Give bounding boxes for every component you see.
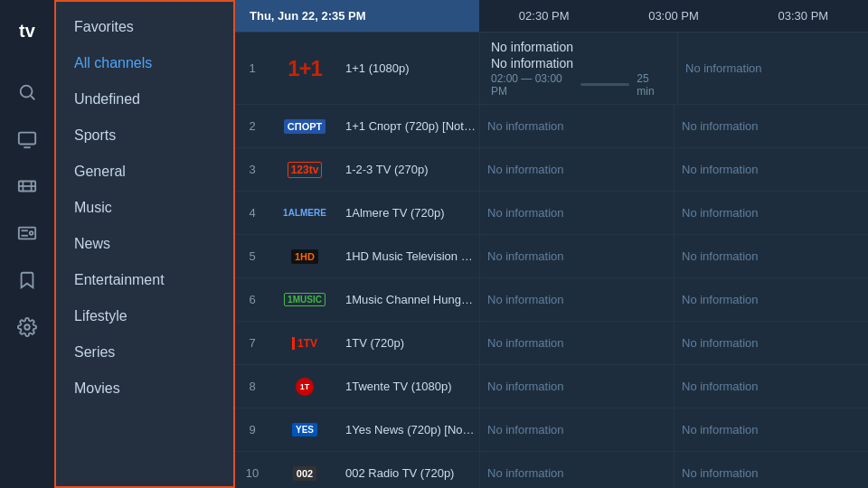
channel-name-8: 1Twente TV (1080p) (345, 380, 479, 393)
channel-col2-9: No information (674, 408, 868, 451)
channel-info-title-1: No information (491, 40, 666, 54)
channel-row-10[interactable]: 10 002 002 Radio TV (720p) No informatio… (235, 452, 868, 488)
channel-row-3[interactable]: 3 123tv 1-2-3 TV (270p) No information N… (235, 148, 868, 192)
sidebar-item-dvr[interactable] (0, 210, 54, 257)
channel-logo-4: 1ALMERE (264, 204, 345, 221)
current-datetime: Thu, Jun 22, 2:35 PM (235, 0, 479, 32)
svg-rect-2 (19, 133, 35, 145)
time-header: Thu, Jun 22, 2:35 PM 02:30 PM 03:00 PM 0… (235, 0, 868, 33)
search-icon (17, 82, 37, 102)
channel-col1-6: No information (479, 278, 674, 321)
channel-col2-6: No information (674, 278, 868, 321)
svg-point-9 (30, 231, 33, 235)
progress-bar-1 (580, 83, 629, 86)
category-series[interactable]: Series (56, 334, 233, 371)
app-logo: tv (7, 11, 47, 51)
category-news[interactable]: News (56, 226, 233, 262)
channel-name-4: 1Almere TV (720p) (345, 206, 479, 220)
sidebar-item-search[interactable] (0, 69, 54, 116)
channel-col1-4: No information (479, 192, 674, 234)
channel-name-5: 1HD Music Television (4... (345, 249, 479, 263)
channel-info-expanded-1: No information (491, 56, 666, 70)
app-title: tv (19, 21, 35, 42)
channel-col2-3: No information (674, 148, 868, 191)
channel-name-6: 1Music Channel Hungar... (345, 293, 479, 306)
channel-num-2: 2 (235, 119, 264, 133)
category-undefined[interactable]: Undefined (56, 81, 233, 117)
channel-logo-1: 1+1 (264, 52, 345, 85)
time-slot-2: 03:00 PM (609, 9, 738, 23)
settings-icon (17, 317, 37, 337)
category-sports[interactable]: Sports (56, 117, 233, 154)
sidebar-item-recordings[interactable] (0, 163, 54, 210)
category-general[interactable]: General (56, 154, 233, 190)
film-icon (17, 176, 37, 196)
channel-col1-2: No information (479, 105, 674, 147)
svg-point-0 (21, 86, 33, 98)
sidebar-icons: tv (0, 0, 54, 488)
channel-col2-4: No information (674, 192, 868, 234)
channel-col2-5: No information (674, 235, 868, 277)
channel-row-7[interactable]: 7 1TV 1TV (720p) No information No infor… (235, 322, 868, 365)
channel-logo-3: 123tv (264, 158, 345, 182)
channel-logo-9: YES (264, 419, 345, 440)
channel-row-1[interactable]: 1 1+1 1+1 (1080p) No information No info… (235, 33, 868, 105)
channel-row-8[interactable]: 8 1T 1Twente TV (1080p) No information N… (235, 365, 868, 408)
channel-num-8: 8 (235, 380, 264, 393)
channel-num-9: 9 (235, 423, 264, 436)
channel-row-4[interactable]: 4 1ALMERE 1Almere TV (720p) No informati… (235, 192, 868, 235)
channel-col2-7: No information (674, 322, 868, 364)
channel-logo-8: 1T (264, 374, 345, 399)
sidebar-item-settings[interactable] (0, 304, 54, 351)
bookmark-icon (17, 270, 37, 290)
dvr-icon (17, 223, 37, 243)
channel-name-7: 1TV (720p) (345, 336, 479, 350)
channel-logo-10: 002 (264, 463, 345, 484)
category-lifestyle[interactable]: Lifestyle (56, 298, 233, 334)
channel-col1-10: No information (479, 452, 674, 488)
channel-expanded-info-1: No information No information 02:00 — 03… (479, 33, 677, 105)
channel-logo-7: 1TV (264, 333, 345, 353)
time-slot-3: 03:30 PM (739, 9, 868, 23)
category-all-channels[interactable]: All channels (56, 45, 233, 81)
channel-logo-5: 1HD (264, 246, 345, 267)
channel-col1-5: No information (479, 235, 674, 277)
sidebar-item-bookmarks[interactable] (0, 257, 54, 304)
channel-logo-2: СПОРТ (264, 116, 345, 137)
channel-col3-1: No information (677, 33, 868, 104)
category-favorites[interactable]: Favorites (56, 9, 233, 45)
channel-col1-3: No information (479, 148, 674, 191)
svg-line-1 (31, 96, 34, 99)
channel-info-time-1: 02:00 — 03:00 PM 25 min (491, 72, 666, 98)
channel-num-1: 1 (235, 61, 264, 75)
sidebar-item-channels[interactable] (0, 116, 54, 163)
category-entertainment[interactable]: Entertainment (56, 262, 233, 298)
channel-col1-7: No information (479, 322, 674, 364)
category-music[interactable]: Music (56, 190, 233, 226)
channel-row-9[interactable]: 9 YES 1Yes News (720p) [Not 2... No info… (235, 408, 868, 452)
channel-num-5: 5 (235, 249, 264, 263)
channel-row-2[interactable]: 2 СПОРТ 1+1 Спорт (720p) [Not 2... No in… (235, 105, 868, 148)
channel-name-10: 002 Radio TV (720p) (345, 466, 479, 480)
channel-num-10: 10 (235, 466, 264, 480)
channels-list: 1 1+1 1+1 (1080p) No information No info… (235, 33, 868, 488)
channel-num-6: 6 (235, 293, 264, 306)
channel-row-6[interactable]: 6 1MUSIC 1Music Channel Hungar... No inf… (235, 278, 868, 322)
channel-name-3: 1-2-3 TV (270p) (345, 163, 479, 176)
channel-col2-10: No information (674, 452, 868, 488)
channel-logo-6: 1MUSIC (264, 289, 345, 310)
main-content: Thu, Jun 22, 2:35 PM 02:30 PM 03:00 PM 0… (235, 0, 868, 488)
channel-num-4: 4 (235, 206, 264, 220)
time-slots: 02:30 PM 03:00 PM 03:30 PM (479, 9, 868, 23)
channel-num-7: 7 (235, 336, 264, 350)
category-movies[interactable]: Movies (56, 371, 233, 407)
svg-point-12 (24, 324, 30, 330)
time-slot-1: 02:30 PM (479, 9, 609, 23)
channel-col1-8: No information (479, 365, 674, 408)
channel-col1-9: No information (479, 408, 674, 451)
channel-name-1: 1+1 (1080p) (345, 61, 479, 75)
channel-num-3: 3 (235, 163, 264, 176)
channel-col2-2: No information (674, 105, 868, 147)
channel-name-9: 1Yes News (720p) [Not 2... (345, 423, 479, 436)
channel-row-5[interactable]: 5 1HD 1HD Music Television (4... No info… (235, 235, 868, 278)
